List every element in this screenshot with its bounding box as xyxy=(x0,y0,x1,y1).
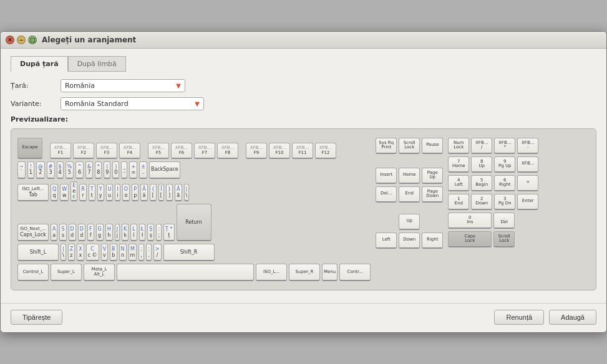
key-bracket-l[interactable]: {[ xyxy=(150,184,157,201)
key-x[interactable]: Xx xyxy=(77,244,84,261)
key-kp2[interactable]: 2Down xyxy=(471,194,492,210)
key-bracket-r[interactable]: }] xyxy=(166,184,173,201)
key-pause[interactable]: Pause xyxy=(422,138,443,154)
key-pipe[interactable]: |\ xyxy=(61,244,66,261)
key-kp-minus[interactable]: XFB...- xyxy=(517,138,538,154)
key-minus[interactable]: _- xyxy=(121,161,127,179)
key-kp0[interactable]: 0Ins xyxy=(448,213,492,229)
key-insert[interactable]: Insert xyxy=(376,168,397,184)
key-slash[interactable]: >/ xyxy=(153,244,162,261)
key-f9[interactable]: XFB...F9 xyxy=(246,143,267,159)
key-a-cedilla[interactable]: Ââ xyxy=(140,184,147,201)
key-z[interactable]: Zz xyxy=(68,244,75,261)
key-q[interactable]: Qq xyxy=(51,184,58,201)
key-shift-l[interactable]: Shift_L xyxy=(17,244,59,261)
key-escape[interactable]: Escape xyxy=(17,138,42,159)
key-iso-l[interactable]: ISO_L... xyxy=(256,264,287,281)
key-s-cedilla[interactable]: Șș xyxy=(147,224,154,241)
key-k[interactable]: Kk xyxy=(122,224,129,241)
key-g[interactable]: Gg xyxy=(96,224,104,241)
key-down[interactable]: Down xyxy=(399,232,420,249)
key-e[interactable]: Ee€ xyxy=(70,181,77,202)
key-tab[interactable]: ISO_Left...Tab xyxy=(17,184,49,201)
key-c[interactable]: Cc © xyxy=(86,244,99,261)
key-f[interactable]: Ff xyxy=(87,224,94,241)
key-kp9[interactable]: 9Pg Up xyxy=(494,156,515,173)
key-v[interactable]: Vv xyxy=(101,244,108,261)
key-m[interactable]: Mm xyxy=(129,244,137,261)
key-return[interactable]: Return xyxy=(177,204,211,241)
key-y[interactable]: Yy xyxy=(97,184,104,201)
add-button[interactable]: Adaugă xyxy=(549,310,596,325)
key-f2[interactable]: XFB...F2 xyxy=(73,143,94,159)
key-l2[interactable]: Łł xyxy=(139,224,146,241)
close-btn[interactable]: ✕ xyxy=(6,36,14,44)
key-f6[interactable]: XFB...F6 xyxy=(171,143,192,159)
key-b[interactable]: Bb xyxy=(110,244,117,261)
key-kp-enter[interactable]: Enter xyxy=(517,194,538,210)
key-sysrq[interactable]: Sys RqPrint xyxy=(376,138,397,154)
key-super-r[interactable]: Super_R xyxy=(289,264,320,281)
minimize-btn[interactable]: − xyxy=(17,36,26,44)
key-meta-l-alt-l[interactable]: Meta_LAlt_L xyxy=(84,264,115,281)
variante-dropdown[interactable]: România Standard ▼ xyxy=(61,97,204,110)
key-kp-dot[interactable]: .Del xyxy=(493,213,515,229)
key-kp4[interactable]: 4Left xyxy=(448,175,469,191)
key-kp-slash[interactable]: XFB.../ xyxy=(471,138,492,154)
key-pgdn[interactable]: PageDown xyxy=(422,186,443,203)
key-kp5[interactable]: 5Begin xyxy=(471,175,492,191)
key-9[interactable]: (9 xyxy=(104,161,110,179)
key-h[interactable]: Hh xyxy=(105,224,113,241)
key-kp8[interactable]: 8Up xyxy=(471,156,492,173)
print-button[interactable]: Tipărește xyxy=(11,310,62,325)
key-f3[interactable]: XFB...F3 xyxy=(96,143,117,159)
key-f5[interactable]: XFB...F5 xyxy=(148,143,169,159)
key-f11[interactable]: XFB...F11 xyxy=(292,143,313,159)
tab-tara[interactable]: După țară xyxy=(11,56,68,72)
key-t[interactable]: Tt xyxy=(89,184,95,201)
key-f4[interactable]: XFB...F4 xyxy=(119,143,140,159)
key-u[interactable]: Uu xyxy=(106,184,114,201)
key-delete[interactable]: Del... xyxy=(376,186,397,203)
key-i-special[interactable]: Î[ xyxy=(158,184,164,201)
key-home[interactable]: Home xyxy=(399,168,420,184)
key-j[interactable]: Jj xyxy=(115,224,120,241)
key-3[interactable]: #3 xyxy=(47,161,55,179)
key-kp3[interactable]: 3Pg Dn xyxy=(494,194,515,210)
key-n[interactable]: Nn xyxy=(119,244,127,261)
key-o[interactable]: Oo xyxy=(122,184,130,201)
key-backtick[interactable]: ~` xyxy=(17,161,26,179)
key-scroll-lock[interactable]: ScrollLock xyxy=(399,138,420,154)
key-f12[interactable]: XFB...F12 xyxy=(315,143,336,159)
key-0[interactable]: )0 xyxy=(112,161,119,179)
key-4[interactable]: $4 xyxy=(57,161,64,179)
key-kp-plus[interactable]: + xyxy=(517,175,538,191)
key-ctrl-l[interactable]: Control_L xyxy=(17,264,49,281)
key-plusminus[interactable]: ±. xyxy=(139,161,147,179)
key-dot[interactable]: :. xyxy=(146,244,152,261)
key-d2[interactable]: Dd xyxy=(78,224,85,241)
key-kp-plus-xfb[interactable]: XFB... xyxy=(517,156,538,173)
key-f10[interactable]: XFB...F10 xyxy=(269,143,290,159)
key-menu[interactable]: Menu xyxy=(322,264,337,281)
key-kp1[interactable]: 1End xyxy=(448,194,469,210)
key-s[interactable]: Ss xyxy=(59,224,66,241)
key-end[interactable]: End xyxy=(399,186,420,203)
key-7[interactable]: &7 xyxy=(85,161,93,179)
key-equals[interactable]: += xyxy=(129,161,137,179)
key-space[interactable] xyxy=(117,264,254,281)
key-l1[interactable]: Ll xyxy=(130,224,137,241)
key-2[interactable]: @2 xyxy=(36,161,45,179)
key-i[interactable]: Ii xyxy=(115,184,120,201)
key-6[interactable]: ^6 xyxy=(75,161,84,179)
key-w[interactable]: Ww xyxy=(60,184,69,201)
key-f8[interactable]: XFB...F8 xyxy=(217,143,238,159)
key-ctrl-r[interactable]: Contr... xyxy=(339,264,371,281)
maximize-btn[interactable]: □ xyxy=(28,36,37,44)
key-backspace[interactable]: BackSpace xyxy=(149,161,180,179)
tab-limba[interactable]: După limbă xyxy=(68,56,126,72)
key-kp-star[interactable]: XFB...* xyxy=(494,138,515,154)
key-kp6[interactable]: 6Right xyxy=(494,175,515,191)
key-f1[interactable]: XFB...F1 xyxy=(50,143,71,159)
key-kp7[interactable]: 7Home xyxy=(448,156,469,173)
